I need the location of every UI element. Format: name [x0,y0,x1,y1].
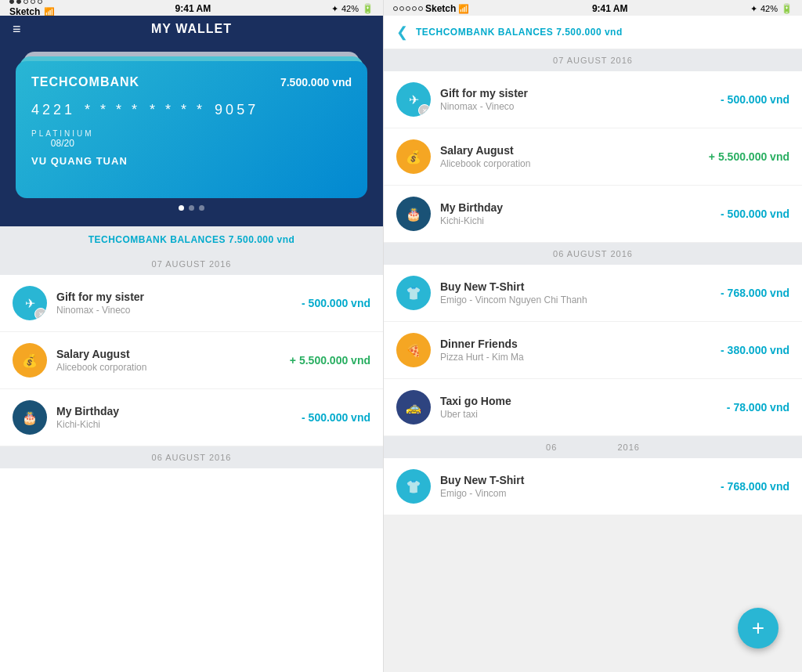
right-tx-avatar-3: 🎂 [396,197,431,231]
card-expiry: 08/20 [51,138,74,149]
rsig-4 [412,6,417,11]
card-type-expiry: PLATINIUM 08/20 [31,129,94,149]
right-tx-avatar-1: ✈ ✕ [396,82,431,117]
card-header: TECHCOMBANK 7.500.000 vnd [31,75,352,89]
card-stack: TECHCOMBANK 7.500.000 vnd 4221 * * * * *… [16,52,367,201]
right-tx-amount-5: - 380.000 vnd [721,344,789,356]
right-tx-item-7[interactable]: 👕 Buy New T-Shirt Emigo - Vincom - 768.0… [384,458,802,515]
signal-dot-5 [38,0,42,4]
transaction-item-3[interactable]: 🎂 My Birthday Kichi-Kichi - 500.000 vnd [0,389,383,446]
right-tx-section-1: ✈ ✕ Gift for my sister Ninomax - Vineco … [384,71,802,243]
right-tx-avatar-7: 👕 [396,469,431,504]
right-tx-icon-4: 👕 [406,286,421,301]
tx-name-1: Gift for my sister [56,291,302,303]
right-tx-amount-6: - 78.000 vnd [727,401,789,414]
right-tx-sub-6: Uber taxi [440,409,727,420]
right-tx-icon-7: 👕 [406,479,421,494]
tx-avatar-1: ✈ ✕ [13,286,47,320]
left-panel: Sketch 📶 9:41 AM ✦ 42% 🔋 ≡ MY WALLET TEC… [0,0,383,672]
right-tx-sub-2: Alicebook corporation [440,158,709,169]
right-tx-name-6: Taxi go Home [440,395,727,407]
right-tx-sub-7: Emigo - Vincom [440,488,721,499]
right-tx-badge-1: ✕ [418,104,431,117]
transaction-item-1[interactable]: ✈ ✕ Gift for my sister Ninomax - Vineco … [0,275,383,332]
right-tx-section-3: 👕 Buy New T-Shirt Emigo - Vincom - 768.0… [384,458,802,515]
right-tx-section-2: 👕 Buy New T-Shirt Emigo - Vincom Nguyen … [384,265,802,436]
tx-icon-2: 💰 [22,353,38,368]
right-tx-avatar-4: 👕 [396,276,431,310]
right-tx-amount-4: - 768.000 vnd [721,287,789,299]
right-tx-name-4: Buy New T-Shirt [440,280,721,293]
right-tx-icon-3: 🎂 [406,207,421,222]
right-tx-info-1: Gift for my sister Ninomax - Vineco [440,87,721,112]
right-signal [393,6,423,11]
card-pagination [16,205,367,211]
battery-icon-left: 🔋 [362,3,374,14]
fab-add-button[interactable]: + [738,608,779,649]
right-tx-item-3[interactable]: 🎂 My Birthday Kichi-Kichi - 500.000 vnd [384,186,802,243]
menu-icon[interactable]: ≡ [13,21,21,38]
battery-percent-right: 42% [760,4,778,13]
right-date-sep-2: 06 AUGUST 2016 [384,243,802,265]
right-tx-item-5[interactable]: 🍕 Dinner Friends Pizza Hurt - Kim Ma - 3… [384,322,802,379]
right-header: ❮ TECHCOMBANK BALANCES 7.500.000 vnd [384,16,802,49]
right-tx-name-7: Buy New T-Shirt [440,474,721,486]
right-tx-amount-7: - 768.000 vnd [721,480,789,493]
rsig-1 [393,6,398,11]
right-content-wrapper: 07 AUGUST 2016 ✈ ✕ Gift for my sister Ni… [384,49,802,672]
tx-amount-1: - 500.000 vnd [302,297,370,309]
transaction-item-2[interactable]: 💰 Salary August Alicebook corporation + … [0,332,383,389]
right-tx-name-1: Gift for my sister [440,87,721,99]
card-dot-1[interactable] [179,205,184,211]
right-tx-item-2[interactable]: 💰 Salary August Alicebook corporation + … [384,128,802,186]
right-tx-sub-3: Kichi-Kichi [440,215,721,226]
card-area: TECHCOMBANK 7.500.000 vnd 4221 * * * * *… [0,45,383,226]
right-tx-info-3: My Birthday Kichi-Kichi [440,201,721,226]
bluetooth-icon-left: ✦ [331,4,338,14]
back-button[interactable]: ❮ [396,23,408,41]
right-tx-item-1[interactable]: ✈ ✕ Gift for my sister Ninomax - Vineco … [384,71,802,128]
right-tx-item-6[interactable]: 🚕 Taxi go Home Uber taxi - 78.000 vnd [384,379,802,436]
left-time: 9:41 AM [175,3,211,14]
right-tx-icon-5: 🍕 [406,343,421,358]
tx-amount-3: - 500.000 vnd [302,411,370,424]
right-status-left: Sketch 📶 [393,3,469,14]
right-tx-name-2: Salary August [440,144,709,157]
tx-info-1: Gift for my sister Ninomax - Vineco [56,291,302,316]
right-tx-info-7: Buy New T-Shirt Emigo - Vincom [440,474,721,499]
right-tx-icon-2: 💰 [406,150,421,164]
right-tx-info-2: Salary August Alicebook corporation [440,144,709,169]
right-tx-info-6: Taxi go Home Uber taxi [440,395,727,420]
page-title: MY WALLET [151,22,232,36]
right-status-bar: Sketch 📶 9:41 AM ✦ 42% 🔋 [384,0,802,16]
tx-sub-3: Kichi-Kichi [56,419,302,430]
battery-percent-left: 42% [341,4,359,13]
right-carrier: Sketch [425,3,456,14]
date-separator-2: 06 AUGUST 2016 [0,446,383,468]
tx-icon-3: 🎂 [22,410,38,425]
right-header-bank: TECHCOMBANK BALANCES [416,27,553,38]
card-dot-2[interactable] [189,205,194,211]
signal-dots [9,0,55,4]
tx-sub-1: Ninomax - Vineco [56,305,302,316]
left-status-bar: Sketch 📶 9:41 AM ✦ 42% 🔋 [0,0,383,16]
card-num-3: * * * * [150,102,205,118]
tx-amount-2: + 5.500.000 vnd [290,354,370,367]
right-tx-item-4[interactable]: 👕 Buy New T-Shirt Emigo - Vincom Nguyen … [384,265,802,322]
right-tx-avatar-6: 🚕 [396,390,431,425]
bank-name: TECHCOMBANK [31,75,139,89]
right-tx-amount-2: + 5.500.000 vnd [709,150,789,163]
right-tx-avatar-2: 💰 [396,139,431,174]
balance-label: TECHCOMBANK BALANCES 7.500.000 vnd [0,226,383,253]
right-tx-sub-1: Ninomax - Vineco [440,101,721,112]
right-header-amount: 7.500.000 vnd [556,27,623,38]
right-tx-name-3: My Birthday [440,201,721,214]
card-dot-3[interactable] [199,205,204,211]
left-header: ≡ MY WALLET [0,16,383,45]
tx-avatar-2: 💰 [13,343,47,378]
right-status-right: ✦ 42% 🔋 [750,3,793,14]
tx-icon-1: ✈ [25,296,35,311]
bluetooth-icon-right: ✦ [750,4,757,14]
battery-icon-right: 🔋 [781,3,793,14]
credit-card[interactable]: TECHCOMBANK 7.500.000 vnd 4221 * * * * *… [16,61,367,198]
